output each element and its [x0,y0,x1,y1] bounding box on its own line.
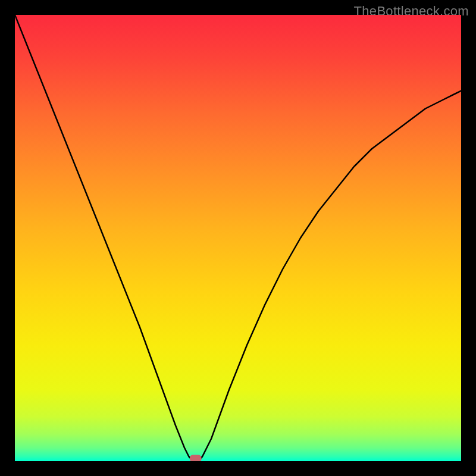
optimum-marker [190,455,202,462]
gradient-background [15,15,461,461]
chart-svg [15,15,461,461]
chart-frame: TheBottleneck.com [0,0,476,476]
plot-area [15,15,461,461]
